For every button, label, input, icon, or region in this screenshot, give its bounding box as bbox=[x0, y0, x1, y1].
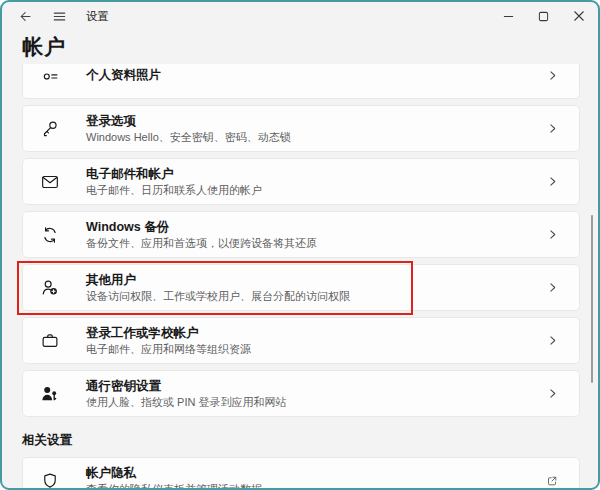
chevron-right-icon bbox=[546, 281, 565, 294]
shield-icon bbox=[38, 469, 62, 490]
card-work-school-account[interactable]: 登录工作或学校帐户 电子邮件、应用和网络等组织资源 bbox=[22, 317, 580, 364]
chevron-right-icon bbox=[546, 69, 565, 82]
card-title: Windows 备份 bbox=[86, 220, 317, 235]
close-icon bbox=[573, 10, 585, 22]
card-subtitle: 备份文件、应用和首选项，以便跨设备将其还原 bbox=[86, 237, 317, 250]
card-sign-in-options[interactable]: 登录选项 Windows Hello、安全密钥、密码、动态锁 bbox=[22, 105, 580, 152]
card-subtitle: 设备访问权限、工作或学校用户、展台分配的访问权限 bbox=[86, 290, 350, 303]
card-title: 通行密钥设置 bbox=[86, 379, 286, 394]
card-subtitle: 查看你的隐私仪表板并管理活动数据 bbox=[86, 483, 262, 490]
sync-icon bbox=[38, 223, 62, 247]
card-title: 登录选项 bbox=[86, 114, 291, 129]
card-subtitle: 使用人脸、指纹或 PIN 登录到应用和网站 bbox=[86, 396, 286, 409]
page-title: 帐户 bbox=[22, 33, 598, 61]
card-account-privacy[interactable]: 帐户隐私 查看你的隐私仪表板并管理活动数据 bbox=[22, 457, 580, 490]
card-title: 电子邮件和帐户 bbox=[86, 167, 262, 182]
mail-icon bbox=[38, 170, 62, 194]
hamburger-icon bbox=[52, 9, 67, 24]
profile-photo-icon bbox=[38, 64, 62, 88]
card-title: 其他用户 bbox=[86, 273, 350, 288]
maximize-icon bbox=[538, 11, 549, 22]
titlebar: 设置 bbox=[2, 2, 598, 30]
app-title: 设置 bbox=[86, 9, 109, 24]
person-add-icon bbox=[38, 276, 62, 300]
card-title: 登录工作或学校帐户 bbox=[86, 326, 251, 341]
passkey-icon bbox=[38, 382, 62, 406]
back-button[interactable] bbox=[12, 5, 38, 27]
maximize-button[interactable] bbox=[526, 3, 561, 29]
card-profile-photo[interactable]: 个人资料照片 bbox=[22, 64, 580, 99]
navigation-menu-button[interactable] bbox=[46, 5, 72, 27]
card-email-accounts[interactable]: 电子邮件和帐户 电子邮件、日历和联系人使用的帐户 bbox=[22, 158, 580, 205]
settings-list: 个人资料照片 登录选项 Windows Hello、安全密钥、密码、动态锁 bbox=[22, 64, 580, 490]
key-icon bbox=[38, 117, 62, 141]
minimize-icon bbox=[503, 11, 514, 22]
card-subtitle: 电子邮件、应用和网络等组织资源 bbox=[86, 343, 251, 356]
card-other-users[interactable]: 其他用户 设备访问权限、工作或学校用户、展台分配的访问权限 bbox=[22, 264, 580, 311]
card-subtitle: 电子邮件、日历和联系人使用的帐户 bbox=[86, 184, 262, 197]
chevron-right-icon bbox=[546, 387, 565, 400]
chevron-right-icon bbox=[546, 175, 565, 188]
minimize-button[interactable] bbox=[491, 3, 526, 29]
chevron-right-icon bbox=[546, 334, 565, 347]
close-button[interactable] bbox=[561, 3, 596, 29]
chevron-right-icon bbox=[546, 122, 565, 135]
card-title: 帐户隐私 bbox=[86, 466, 262, 481]
card-passkey-settings[interactable]: 通行密钥设置 使用人脸、指纹或 PIN 登录到应用和网站 bbox=[22, 370, 580, 417]
card-subtitle: Windows Hello、安全密钥、密码、动态锁 bbox=[86, 131, 291, 144]
external-link-icon bbox=[545, 474, 565, 488]
card-title: 个人资料照片 bbox=[86, 68, 161, 83]
scrollbar-thumb[interactable] bbox=[591, 215, 594, 383]
briefcase-icon bbox=[38, 329, 62, 353]
chevron-right-icon bbox=[546, 228, 565, 241]
related-settings-header: 相关设置 bbox=[22, 432, 580, 450]
settings-window: 设置 帐户 bbox=[0, 0, 600, 490]
card-windows-backup[interactable]: Windows 备份 备份文件、应用和首选项，以便跨设备将其还原 bbox=[22, 211, 580, 258]
back-arrow-icon bbox=[18, 9, 33, 24]
